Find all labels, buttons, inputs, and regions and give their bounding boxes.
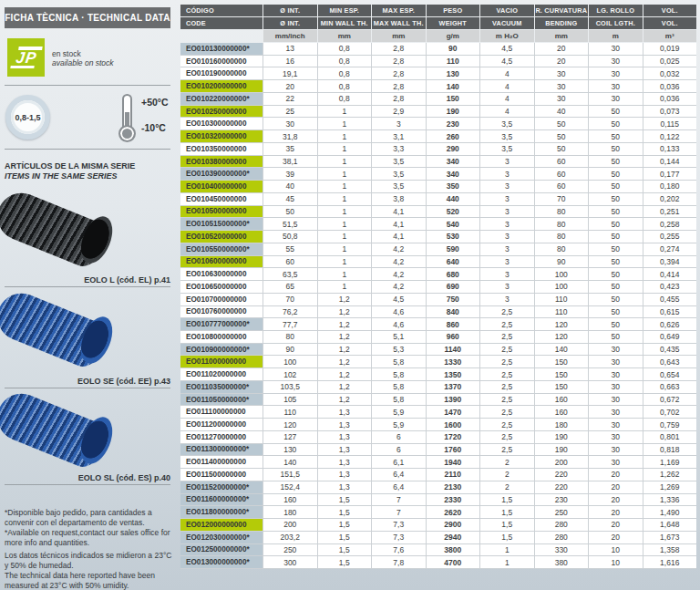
row-value-cell: 1 (318, 193, 372, 205)
row-value-cell: 50 (589, 281, 643, 293)
divider (5, 484, 170, 485)
row-value-cell: 7,6 (372, 544, 426, 556)
jp-logo-icon: JP (7, 38, 45, 77)
row-value-cell: 50 (535, 118, 589, 129)
row-code-cell: EO011600000000* (180, 494, 262, 506)
row-value-cell: 150 (535, 356, 589, 367)
row-value-cell: 4,2 (372, 243, 426, 255)
row-value-cell: 1 (318, 118, 372, 129)
row-code-cell: EO010550000000* (180, 243, 262, 255)
row-value-cell: 50 (589, 130, 643, 142)
row-value-cell: 2,8 (372, 56, 426, 67)
thickness-ring-icon: 0,8-1,5 (5, 95, 50, 140)
row-value-cell: 440 (427, 193, 480, 205)
row-value-cell: 5,8 (372, 394, 426, 406)
row-value-cell: 60 (263, 256, 317, 268)
row-value-cell: 3 (480, 168, 534, 180)
row-value-cell: 1,3 (318, 444, 372, 456)
temperature-max: +50°C (141, 97, 169, 108)
row-value-cell: 90 (427, 43, 480, 55)
column-header-es: VOL. (643, 5, 697, 16)
row-value-cell: 2 (480, 469, 534, 481)
row-value-cell: 20 (589, 532, 643, 543)
row-value-cell: 2130 (427, 481, 480, 493)
row-value-cell: 3 (480, 156, 534, 168)
row-value-cell: 640 (427, 256, 480, 268)
technical-data-table: CÓDIGO Ø INT. MIN ESP. MAX ESP. PESO VAC… (180, 5, 696, 569)
stock-line-en: available on stock (52, 58, 114, 67)
row-value-cell: 1 (318, 143, 372, 155)
row-value-cell: 6,1 (372, 456, 426, 468)
row-value-cell: 20 (535, 43, 589, 55)
row-code-cell: EO010500000000 (180, 206, 262, 218)
row-value-cell: 280 (535, 532, 589, 543)
row-value-cell: 1 (318, 218, 372, 230)
row-value-cell: 0,649 (643, 331, 697, 343)
row-value-cell: 2,8 (372, 67, 426, 79)
row-value-cell: 1,5 (318, 506, 372, 518)
divider (5, 85, 170, 86)
row-value-cell: 50 (589, 231, 643, 243)
column-header-es: LG. ROLLO (589, 5, 643, 16)
row-value-cell: 80 (263, 331, 317, 343)
row-value-cell: 30 (589, 444, 643, 456)
row-value-cell: 0,258 (643, 218, 697, 230)
row-value-cell: 3,5 (372, 168, 426, 180)
row-value-cell: 4 (480, 80, 534, 92)
divider (5, 149, 170, 150)
row-value-cell: 50 (589, 168, 643, 180)
row-value-cell: 2,5 (480, 318, 534, 330)
row-value-cell: 1 (318, 268, 372, 280)
row-code-cell: EO010390000000* (180, 168, 262, 180)
row-value-cell: 20 (535, 56, 589, 67)
sidebar: FICHA TÈCNICA · TECHNICAL DATA JP en sto… (0, 0, 179, 590)
row-code-cell: EO010300000000 (180, 118, 262, 129)
row-value-cell: 2,5 (480, 344, 534, 356)
row-value-cell: 1 (318, 181, 372, 192)
row-value-cell: 120 (263, 419, 317, 430)
row-value-cell: 3 (480, 193, 534, 205)
row-value-cell: 3 (480, 294, 534, 305)
row-value-cell: 3,3 (372, 143, 426, 155)
row-value-cell: 10 (589, 556, 643, 568)
row-value-cell: 2,5 (480, 444, 534, 456)
row-value-cell: 0,073 (643, 106, 697, 118)
row-value-cell: 1,3 (318, 431, 372, 443)
row-value-cell: 260 (427, 130, 480, 142)
row-value-cell: 4,1 (372, 231, 426, 243)
row-value-cell: 4,1 (372, 206, 426, 218)
row-value-cell: 0,8 (318, 93, 372, 105)
row-value-cell: 1,262 (643, 469, 697, 481)
row-value-cell: 1,5 (318, 494, 372, 506)
row-value-cell: 3 (480, 281, 534, 293)
column-header-en: VOL. (643, 17, 697, 29)
row-value-cell: 0,394 (643, 256, 697, 268)
row-value-cell: 0,435 (643, 344, 697, 356)
row-value-cell: 2 (480, 481, 534, 493)
row-value-cell: 1 (318, 130, 372, 142)
column-unit: mm/inch (263, 30, 317, 42)
row-value-cell: 2,5 (480, 394, 534, 406)
column-header-en: MIN WALL TH. (318, 17, 372, 29)
row-value-cell: 1,2 (318, 394, 372, 406)
row-value-cell: 4,5 (480, 43, 534, 55)
column-header-es: VACIO (480, 5, 534, 16)
row-value-cell: 30 (589, 394, 643, 406)
row-value-cell: 0,455 (643, 294, 697, 305)
row-value-cell: 7,3 (372, 532, 426, 543)
row-value-cell: 50 (589, 294, 643, 305)
row-value-cell: 30 (535, 80, 589, 92)
row-value-cell: 152,4 (263, 481, 317, 493)
row-value-cell: 50 (589, 206, 643, 218)
row-value-cell: 0,251 (643, 206, 697, 218)
row-value-cell: 130 (427, 67, 480, 79)
row-value-cell: 3,5 (480, 118, 534, 129)
row-value-cell: 2,5 (480, 306, 534, 318)
row-value-cell: 0,702 (643, 406, 697, 418)
row-value-cell: 30 (589, 56, 643, 67)
row-value-cell: 0,036 (643, 93, 697, 105)
row-value-cell: 1,5 (318, 532, 372, 543)
row-value-cell: 1,5 (480, 532, 534, 543)
row-value-cell: 4,5 (372, 294, 426, 305)
row-value-cell: 4 (480, 93, 534, 105)
